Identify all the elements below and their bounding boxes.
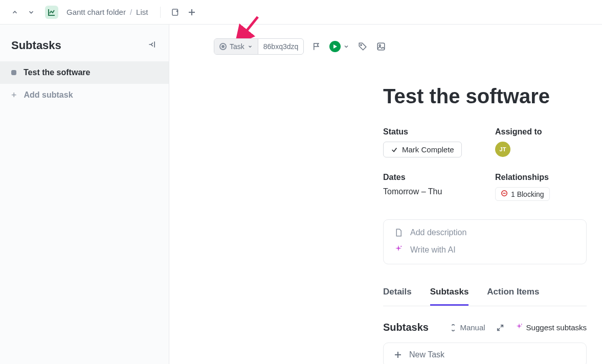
sidebar-item-test-software[interactable]: Test the software <box>0 61 169 84</box>
task-toolbar: Task 86bxq3dzq <box>169 38 387 55</box>
status-label: Status <box>383 127 475 136</box>
plus-icon: + <box>11 90 17 101</box>
add-icon[interactable] <box>186 7 197 18</box>
chevron-down-icon <box>248 44 253 49</box>
ai-sparkle-icon <box>515 323 523 332</box>
assigned-field: Assigned to JT <box>495 127 587 157</box>
expand-button[interactable] <box>497 324 504 331</box>
dates-value[interactable]: Tomorrow – Thu <box>383 187 475 196</box>
ai-sparkle-icon <box>394 244 403 256</box>
task-id[interactable]: 86bxq3dzq <box>258 39 304 54</box>
subtasks-heading: Subtasks <box>383 322 429 333</box>
assigned-label: Assigned to <box>495 127 587 136</box>
suggest-subtasks-label: Suggest subtasks <box>526 323 587 332</box>
svg-point-7 <box>521 324 522 325</box>
task-title[interactable]: Test the software <box>383 85 587 108</box>
sort-label: Manual <box>460 323 485 332</box>
suggest-subtasks-button[interactable]: Suggest subtasks <box>515 323 587 332</box>
svg-point-4 <box>380 44 381 46</box>
sort-icon <box>450 324 457 331</box>
dates-field: Dates Tomorrow – Thu <box>383 173 475 201</box>
sidebar-item-label: Test the software <box>24 68 90 77</box>
write-with-ai-label: Write with AI <box>410 245 456 255</box>
image-icon[interactable] <box>375 41 387 52</box>
blocking-chip[interactable]: 1 Blocking <box>495 187 550 201</box>
sort-button[interactable]: Manual <box>450 323 485 332</box>
top-bar: Gantt chart folder / List <box>0 0 602 25</box>
check-icon <box>391 146 398 153</box>
add-description-label: Add description <box>410 228 466 237</box>
breadcrumb-separator: / <box>130 8 132 16</box>
mark-complete-label: Mark Complete <box>402 145 454 154</box>
add-description-button[interactable]: Add description <box>394 228 576 237</box>
breadcrumb-list[interactable]: List <box>136 8 148 16</box>
task-type-selector: Task 86bxq3dzq <box>214 38 304 55</box>
blocking-text: 1 Blocking <box>511 190 544 198</box>
assignee-avatar[interactable]: JT <box>495 142 510 157</box>
svg-rect-1 <box>172 9 178 15</box>
svg-point-2 <box>361 44 362 46</box>
dates-label: Dates <box>383 173 475 182</box>
tab-action-items[interactable]: Action Items <box>487 287 539 306</box>
flag-icon[interactable] <box>311 41 322 52</box>
svg-point-6 <box>400 246 402 247</box>
relationships-label: Relationships <box>495 173 587 182</box>
mark-complete-button[interactable]: Mark Complete <box>383 142 462 157</box>
task-type-label: Task <box>230 42 244 51</box>
task-type-button[interactable]: Task <box>214 39 258 54</box>
new-task-label: New Task <box>409 350 444 359</box>
tab-details[interactable]: Details <box>383 287 412 306</box>
svg-rect-3 <box>378 43 385 50</box>
add-subtask-label: Add subtask <box>24 90 73 100</box>
add-subtask-button[interactable]: + Add subtask <box>0 84 169 106</box>
topbar-divider <box>160 7 161 18</box>
folder-chart-icon[interactable] <box>45 6 58 19</box>
tab-subtasks[interactable]: Subtasks <box>430 287 469 306</box>
tag-icon[interactable] <box>357 41 368 52</box>
task-tabs: Details Subtasks Action Items <box>383 287 587 306</box>
nav-forward-icon[interactable] <box>26 7 37 18</box>
write-with-ai-button[interactable]: Write with AI <box>394 244 576 256</box>
breadcrumb-folder[interactable]: Gantt chart folder <box>66 8 126 16</box>
nav-back-icon[interactable] <box>9 7 20 18</box>
new-task-button[interactable]: New Task <box>383 343 587 364</box>
sidebar: Subtasks Test the software + Add subtask <box>0 25 169 364</box>
blocking-icon <box>501 190 508 198</box>
breadcrumb: Gantt chart folder / List <box>66 8 148 16</box>
expand-icon <box>497 324 504 331</box>
description-box: Add description Write with AI <box>383 219 587 264</box>
share-icon[interactable] <box>170 7 181 18</box>
relationships-field: Relationships 1 Blocking <box>495 173 587 201</box>
status-dot-icon <box>11 70 16 75</box>
timer-chevron-icon[interactable] <box>343 41 350 52</box>
plus-icon <box>394 351 402 359</box>
document-icon <box>394 228 403 237</box>
status-field: Status Mark Complete <box>383 127 475 157</box>
play-timer-button[interactable] <box>329 41 341 52</box>
task-status-circle-icon <box>219 43 227 50</box>
